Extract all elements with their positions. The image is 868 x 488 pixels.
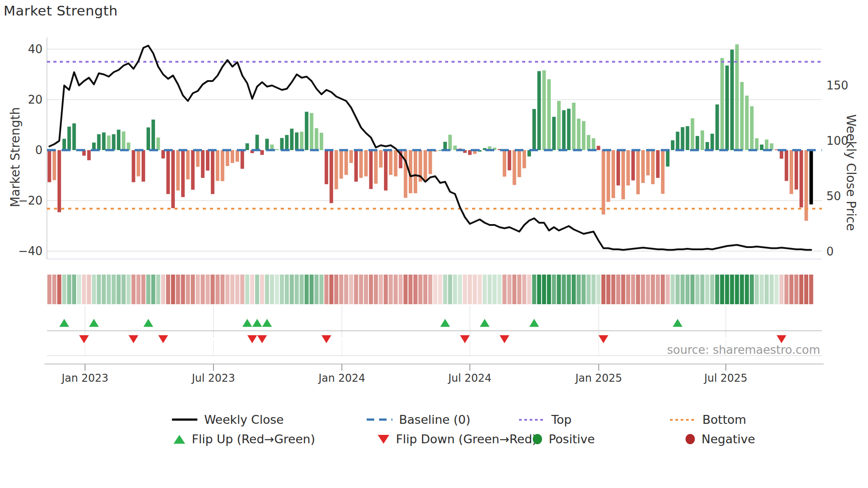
strength-bar bbox=[58, 150, 61, 212]
heatmap-cell bbox=[809, 275, 813, 304]
strength-bar bbox=[280, 138, 283, 150]
strength-bar bbox=[290, 129, 294, 150]
legend-label: Weekly Close bbox=[204, 413, 284, 426]
source-caption: source: sharemaestro.com bbox=[667, 343, 820, 356]
left-tick-label: 20 bbox=[28, 93, 43, 106]
heatmap-cell bbox=[221, 275, 225, 304]
strength-bar bbox=[384, 150, 388, 190]
heatmap-cell bbox=[542, 275, 546, 304]
heatmap-cell bbox=[497, 275, 501, 304]
heatmap-cell bbox=[562, 275, 566, 304]
heatmap-cell bbox=[171, 275, 175, 304]
baseline-dash-swatch bbox=[367, 418, 392, 421]
heatmap-cell bbox=[181, 275, 185, 304]
strength-bar bbox=[810, 150, 813, 205]
strength-bar bbox=[805, 150, 808, 221]
strength-bar bbox=[597, 146, 600, 150]
strength-bar bbox=[67, 127, 71, 150]
heatmap-cell bbox=[745, 275, 749, 304]
heatmap-cell bbox=[319, 275, 323, 304]
right-axis-label: Weekly Close Price bbox=[844, 114, 858, 231]
heatmap-cell bbox=[636, 275, 640, 304]
strength-bar bbox=[196, 150, 200, 167]
left-tick-label: 40 bbox=[28, 43, 43, 56]
strength-bar bbox=[577, 119, 581, 150]
left-tick-label: 0 bbox=[35, 143, 43, 157]
heatmap-cell bbox=[597, 275, 601, 304]
heatmap-cell bbox=[364, 275, 368, 304]
heatmap-cell bbox=[661, 275, 665, 304]
heatmap-cell bbox=[240, 275, 244, 304]
heatmap-cell bbox=[656, 275, 660, 304]
legend-label: Flip Down (Green→Red) bbox=[396, 432, 537, 446]
heatmap-cell bbox=[483, 275, 487, 304]
heatmap-cell bbox=[314, 275, 318, 304]
heatmap-cell bbox=[112, 275, 116, 304]
strength-bar bbox=[127, 143, 130, 150]
strength-bar bbox=[701, 131, 704, 150]
heatmap-cell bbox=[102, 275, 106, 304]
flip-up-marker bbox=[242, 319, 252, 327]
heatmap-cell bbox=[675, 275, 679, 304]
heatmap-cell bbox=[601, 275, 605, 304]
flip-up-marker bbox=[143, 319, 153, 327]
flip-up-marker bbox=[262, 319, 272, 327]
heatmap-cell bbox=[196, 275, 200, 304]
heatmap-cell bbox=[87, 275, 91, 304]
heatmap-cell bbox=[522, 275, 526, 304]
heatmap-cell bbox=[211, 275, 215, 304]
strength-bar bbox=[53, 150, 56, 180]
strength-bar bbox=[572, 103, 576, 150]
heatmap-cell bbox=[205, 275, 209, 304]
heatmap-cell bbox=[176, 275, 180, 304]
heatmap-cell bbox=[285, 275, 289, 304]
strength-bar bbox=[557, 101, 561, 150]
strength-bar bbox=[740, 82, 744, 150]
strength-bar bbox=[240, 150, 244, 169]
strength-bar bbox=[794, 150, 798, 190]
strength-bar bbox=[632, 150, 635, 180]
top-dotted-swatch bbox=[519, 419, 545, 421]
flip-down-marker bbox=[500, 335, 509, 343]
strength-bar bbox=[389, 150, 392, 175]
heatmap-cell bbox=[577, 275, 581, 304]
strength-bar bbox=[62, 139, 66, 150]
strength-bar bbox=[72, 124, 76, 150]
heatmap-cell bbox=[799, 275, 803, 304]
heatmap-cell bbox=[473, 275, 477, 304]
negative-dot-icon bbox=[686, 434, 695, 444]
legend-item-bottom: Bottom bbox=[670, 413, 746, 426]
heatmap-cell bbox=[503, 275, 507, 304]
strength-bar bbox=[315, 128, 318, 150]
strength-bar bbox=[245, 143, 249, 150]
strength-bar bbox=[345, 150, 348, 175]
heatmap-cell bbox=[305, 275, 309, 304]
heatmap-cell bbox=[294, 275, 298, 304]
heatmap-cell bbox=[770, 275, 774, 304]
heatmap-cell bbox=[329, 275, 333, 304]
heatmap-cell bbox=[626, 275, 630, 304]
strength-bar bbox=[265, 139, 269, 150]
strength-bar bbox=[260, 150, 264, 155]
heatmap-cell bbox=[151, 275, 155, 304]
strength-bar bbox=[156, 138, 160, 151]
strength-bar bbox=[142, 150, 145, 182]
heatmap-cell bbox=[468, 275, 472, 304]
strength-bar bbox=[503, 150, 506, 177]
heatmap-cell bbox=[725, 275, 729, 304]
strength-bar bbox=[666, 150, 670, 167]
heatmap-cell bbox=[438, 275, 442, 304]
heatmap-cell bbox=[804, 275, 808, 304]
strength-bar bbox=[359, 150, 363, 178]
heatmap-cell bbox=[443, 275, 447, 304]
heatmap-cell bbox=[344, 275, 348, 304]
heatmap-cell bbox=[260, 275, 264, 304]
strength-bar bbox=[542, 70, 546, 150]
flip-down-marker bbox=[777, 335, 787, 343]
strength-bar bbox=[686, 126, 689, 150]
strength-bar bbox=[404, 150, 407, 198]
strength-bar bbox=[621, 150, 625, 199]
strength-bar bbox=[221, 150, 224, 181]
heatmap-cell bbox=[517, 275, 521, 304]
strength-bar bbox=[592, 138, 595, 150]
